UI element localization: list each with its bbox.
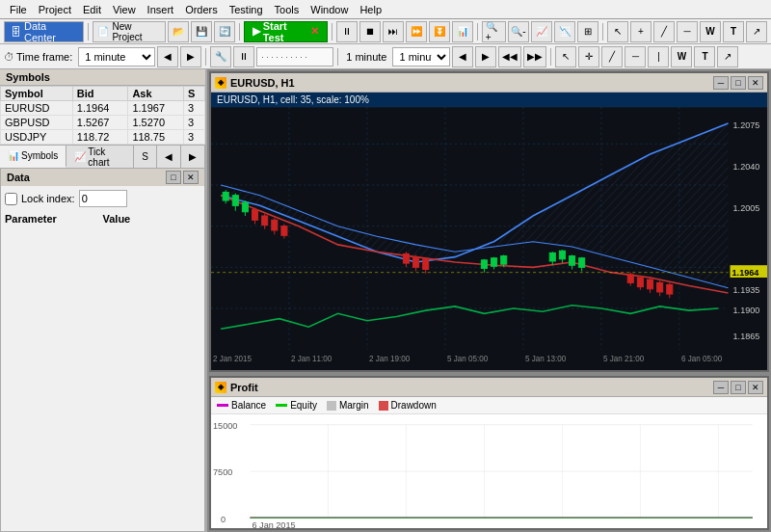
cross-tool[interactable]: ✛ (578, 46, 599, 67)
tf-btn2[interactable]: ▶ (475, 46, 496, 67)
left-tabs: 📊 Symbols 📈 Tick chart S ◀ ▶ (0, 145, 205, 168)
svg-rect-16 (223, 192, 228, 200)
save-button[interactable]: 💾 (191, 21, 212, 42)
lock-index-checkbox[interactable] (5, 193, 17, 205)
speed-dots: · · · · · · · · · · (261, 52, 307, 62)
svg-rect-18 (232, 196, 238, 206)
tab-nav-next[interactable]: ▶ (181, 146, 205, 168)
tf-btn1[interactable]: ◀ (452, 46, 473, 67)
tb-btn5[interactable]: ⏬ (429, 21, 450, 42)
arrow-button[interactable]: ↗ (746, 21, 767, 42)
tf-tool1[interactable]: 🔧 (210, 46, 231, 67)
table-row[interactable]: GBPUSD 1.5267 1.5270 3 (1, 116, 205, 130)
lock-index-input[interactable] (79, 190, 127, 207)
text-button[interactable]: W (700, 21, 721, 42)
chart-content[interactable]: EURUSD, H1, cell: 35, scale: 100% (211, 93, 767, 370)
separator5 (602, 23, 603, 40)
svg-rect-42 (549, 253, 555, 261)
ask-eurusd: 1.1967 (128, 101, 184, 116)
cursor-tool[interactable]: ↖ (555, 46, 576, 67)
profit-minimize-button[interactable]: ─ (713, 381, 729, 394)
svg-text:5 Jan 13:00: 5 Jan 13:00 (525, 354, 567, 363)
text-tool[interactable]: W (671, 46, 692, 67)
lock-index-row: Lock index: (1, 186, 204, 211)
menu-help[interactable]: Help (354, 2, 387, 17)
sep-tf (205, 48, 206, 66)
menu-window[interactable]: Window (305, 2, 354, 17)
svg-text:1.2075: 1.2075 (733, 120, 760, 130)
objects-button[interactable]: ⊞ (577, 21, 598, 42)
tb-btn2[interactable]: ⏹ (359, 21, 381, 42)
chart-minimize-button[interactable]: ─ (713, 76, 729, 90)
tf-prev-button[interactable]: ◀ (157, 46, 178, 67)
param-col-header: Parameter (5, 213, 103, 225)
margin-color (327, 401, 336, 411)
profit-close-button[interactable]: ✕ (748, 381, 763, 394)
tf-next-button[interactable]: ▶ (180, 46, 201, 67)
tf-pause[interactable]: ⏸ (233, 46, 254, 67)
newproject-button[interactable]: 📄 New Project (93, 21, 165, 42)
menu-orders[interactable]: Orders (179, 2, 224, 17)
label-button[interactable]: T (723, 21, 744, 42)
chart-close-button[interactable]: ✕ (748, 76, 763, 90)
tf-btn3[interactable]: ◀◀ (498, 46, 521, 67)
tab-tickchart[interactable]: 📈 Tick chart (66, 146, 134, 168)
svg-rect-22 (253, 210, 258, 221)
tab-symbols[interactable]: 📊 Symbols (0, 146, 66, 168)
hline-tool[interactable]: ─ (625, 46, 646, 67)
main-area: Symbols Symbol Bid Ask S EURUSD 1.1964 1… (0, 69, 771, 532)
menu-insert[interactable]: Insert (142, 2, 180, 17)
svg-rect-52 (637, 278, 643, 287)
tb-btn1[interactable]: ⏸ (336, 21, 358, 42)
chart-restore-button[interactable]: □ (731, 76, 746, 90)
menu-file[interactable]: File (4, 2, 33, 17)
data-restore-button[interactable]: □ (166, 171, 181, 184)
label-tool[interactable]: T (694, 46, 715, 67)
svg-text:1.1865: 1.1865 (733, 332, 760, 341)
tb-btn4[interactable]: ⏩ (406, 21, 427, 42)
left-bottom: 📊 Symbols 📈 Tick chart S ◀ ▶ Data □ (0, 145, 205, 532)
svg-text:5 Jan 21:00: 5 Jan 21:00 (603, 354, 645, 363)
cursor-button[interactable]: ↖ (607, 21, 628, 42)
table-row[interactable]: EURUSD 1.1964 1.1967 3 (1, 101, 205, 116)
chart-props-button[interactable]: 📈 (531, 21, 552, 42)
tab-nav-prev[interactable]: ◀ (157, 146, 181, 168)
svg-rect-34 (501, 256, 507, 265)
zoom-out-button[interactable]: 🔍- (508, 21, 530, 42)
tb-btn6[interactable]: 📊 (452, 21, 473, 42)
menu-project[interactable]: Project (33, 2, 77, 17)
indicators-button[interactable]: 📉 (554, 21, 575, 42)
menu-view[interactable]: View (107, 2, 142, 17)
line-button[interactable]: ╱ (653, 21, 675, 42)
profit-restore-button[interactable]: □ (731, 381, 746, 394)
svg-rect-54 (647, 279, 652, 289)
timeframe-select[interactable]: 1 minute (78, 47, 155, 66)
table-row[interactable]: USDJPY 118.72 118.75 3 (1, 130, 205, 145)
tab-s[interactable]: S (134, 146, 157, 168)
menu-tools[interactable]: Tools (269, 2, 306, 17)
arr-tool[interactable]: ↗ (717, 46, 738, 67)
svg-rect-20 (242, 202, 248, 212)
menu-testing[interactable]: Testing (224, 2, 269, 17)
svg-text:2 Jan 11:00: 2 Jan 11:00 (291, 354, 332, 363)
profit-chart-content[interactable]: 15000 7500 0 6 Jan 2015 (211, 414, 767, 528)
refresh-button[interactable]: 🔄 (214, 21, 235, 42)
profit-icon: ◈ (215, 382, 226, 393)
starttest-button[interactable]: ▶ Start Test ✕ (244, 21, 328, 42)
hline-button[interactable]: ─ (677, 21, 698, 42)
zoom-in-button[interactable]: 🔍+ (482, 21, 506, 42)
datacenter-button[interactable]: 🗄 Data Center (4, 21, 84, 42)
symbol-eurusd: EURUSD (1, 101, 73, 116)
timeframe-select2[interactable]: 1 minute (392, 47, 450, 66)
chart-title-left: ◈ EURUSD, H1 (215, 77, 295, 89)
line-tool[interactable]: ╱ (601, 46, 623, 67)
menu-edit[interactable]: Edit (77, 2, 107, 17)
tf-btn4[interactable]: ▶▶ (523, 46, 546, 67)
data-close-button[interactable]: ✕ (183, 171, 199, 184)
separator1 (88, 23, 89, 40)
tb-btn3[interactable]: ⏭ (383, 21, 404, 42)
crosshair-button[interactable]: + (630, 21, 651, 42)
svg-rect-28 (281, 226, 287, 236)
open-button[interactable]: 📂 (168, 21, 189, 42)
vline-tool[interactable]: | (648, 46, 669, 67)
